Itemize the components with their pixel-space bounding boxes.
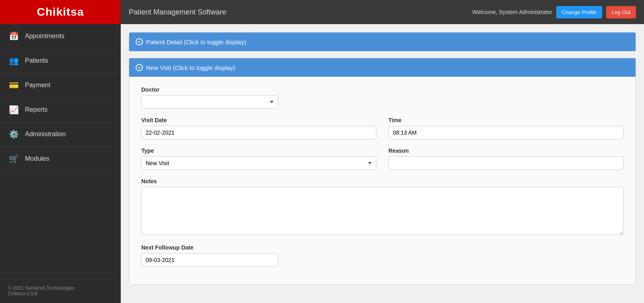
type-label: Type xyxy=(141,147,376,154)
sidebar-item-appointments[interactable]: 📅 Appointments xyxy=(0,24,121,49)
new-visit-toggle-icon: + xyxy=(136,64,143,71)
sidebar-footer: © 2021 Sanskruti Technologies Chikitsa 0… xyxy=(0,278,121,303)
sidebar-item-payment[interactable]: 💳 Payment xyxy=(0,73,121,98)
new-visit-header[interactable]: + New Visit (Click to toggle display) xyxy=(129,58,636,77)
administration-icon: ⚙️ xyxy=(8,129,19,139)
type-group: Type New Visit Follow Up Emergency xyxy=(141,147,376,170)
notes-group: Notes xyxy=(141,178,623,236)
welcome-text: Welcome, System Administrator xyxy=(473,9,552,15)
patients-icon: 👥 xyxy=(8,56,19,66)
time-input[interactable] xyxy=(388,126,623,139)
followup-group: Next Followup Date xyxy=(141,244,623,267)
visit-date-label: Visit Date xyxy=(141,117,376,123)
logout-button[interactable]: Log Out xyxy=(606,6,636,18)
doctor-select[interactable] xyxy=(141,95,278,109)
change-profile-button[interactable]: Change Profile xyxy=(556,6,602,18)
patient-detail-title: Patient Detail (Click to toggle display) xyxy=(146,39,246,45)
patient-detail-panel: + Patient Detail (Click to toggle displa… xyxy=(129,32,636,51)
type-select[interactable]: New Visit Follow Up Emergency xyxy=(141,156,376,170)
layout: 📅 Appointments 👥 Patients 💳 Payment 📈 Re… xyxy=(0,24,644,303)
reason-input[interactable] xyxy=(388,156,623,170)
notes-textarea[interactable] xyxy=(141,187,623,235)
new-visit-panel: + New Visit (Click to toggle display) Do… xyxy=(129,58,636,285)
header-right: Welcome, System Administrator Change Pro… xyxy=(473,6,644,18)
new-visit-body: Doctor Visit Date Time xyxy=(129,77,636,285)
patient-detail-header[interactable]: + Patient Detail (Click to toggle displa… xyxy=(129,33,636,51)
payment-icon: 💳 xyxy=(8,80,19,90)
reason-col: Reason xyxy=(388,147,623,178)
sidebar-label-patients: Patients xyxy=(25,57,48,64)
sidebar-label-appointments: Appointments xyxy=(25,33,64,40)
type-col: Type New Visit Follow Up Emergency xyxy=(141,147,376,178)
sidebar-label-administration: Administration xyxy=(25,131,66,138)
app-logo: Chikitsa xyxy=(0,0,121,24)
sidebar: 📅 Appointments 👥 Patients 💳 Payment 📈 Re… xyxy=(0,24,121,303)
date-time-row: Visit Date Time xyxy=(141,117,623,147)
app-title: Patient Management Software xyxy=(121,8,473,16)
header: Chikitsa Patient Management Software Wel… xyxy=(0,0,644,24)
sidebar-item-patients[interactable]: 👥 Patients xyxy=(0,49,121,73)
reason-label: Reason xyxy=(388,147,623,154)
reason-group: Reason xyxy=(388,147,623,170)
sidebar-item-administration[interactable]: ⚙️ Administration xyxy=(0,122,121,147)
time-label: Time xyxy=(388,117,623,123)
logo-text: Chikitsa xyxy=(37,6,84,18)
sidebar-item-reports[interactable]: 📈 Reports xyxy=(0,98,121,122)
followup-label: Next Followup Date xyxy=(141,244,623,251)
sidebar-item-modules[interactable]: 🛒 Modules xyxy=(0,147,121,171)
reports-icon: 📈 xyxy=(8,105,19,115)
appointments-icon: 📅 xyxy=(8,31,19,41)
visit-date-col: Visit Date xyxy=(141,117,376,147)
notes-label: Notes xyxy=(141,178,623,184)
patient-detail-toggle-icon: + xyxy=(136,38,143,45)
new-visit-title: New Visit (Click to toggle display) xyxy=(146,64,235,71)
time-col: Time xyxy=(388,117,623,147)
sidebar-label-reports: Reports xyxy=(25,106,47,113)
time-group: Time xyxy=(388,117,623,139)
sidebar-label-modules: Modules xyxy=(25,155,49,162)
doctor-label: Doctor xyxy=(141,86,278,93)
main-content: + Patient Detail (Click to toggle displa… xyxy=(121,24,644,303)
footer-version: Chikitsa 0.9.9 xyxy=(8,291,113,297)
visit-date-group: Visit Date xyxy=(141,117,376,139)
followup-date-input[interactable] xyxy=(141,253,278,267)
modules-icon: 🛒 xyxy=(8,154,19,164)
sidebar-label-payment: Payment xyxy=(25,82,50,89)
doctor-group: Doctor xyxy=(141,86,278,109)
type-reason-row: Type New Visit Follow Up Emergency Reaso… xyxy=(141,147,623,178)
visit-date-input[interactable] xyxy=(141,126,376,139)
footer-copyright: © 2021 Sanskruti Technologies xyxy=(8,285,113,291)
